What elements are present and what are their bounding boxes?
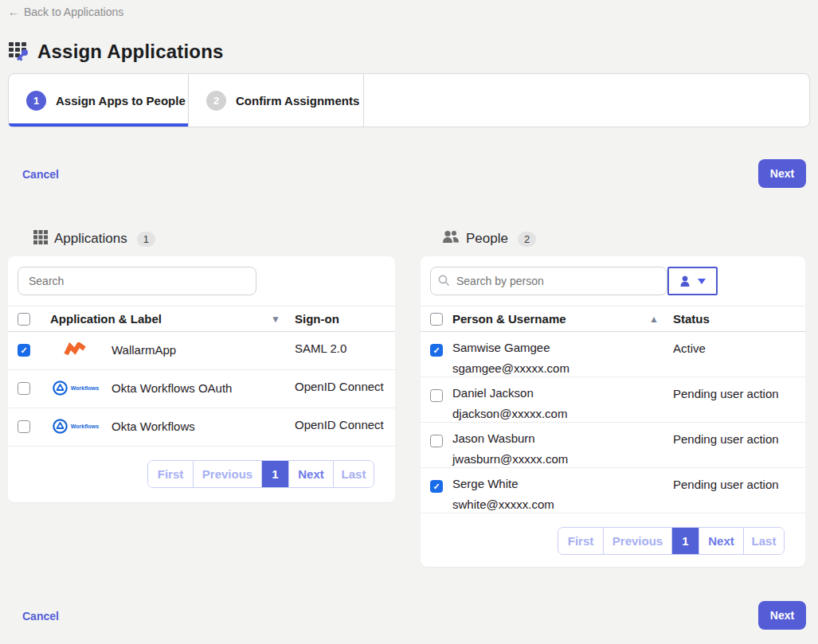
pagination-page-1-button[interactable]: 1 xyxy=(672,528,699,554)
applications-column-name[interactable]: Application & Label xyxy=(50,312,162,326)
application-signon: OpenID Connect xyxy=(295,370,395,393)
back-to-applications-link[interactable]: ← Back to Applications xyxy=(8,6,123,18)
person-row-checkbox[interactable] xyxy=(430,389,443,402)
applications-pagination: First Previous 1 Next Last xyxy=(8,447,395,488)
table-row-person[interactable]: Serge White swhite@xxxxx.com Pending use… xyxy=(421,468,805,513)
pagination-previous-button[interactable]: Previous xyxy=(194,461,262,487)
people-pagination: First Previous 1 Next Last xyxy=(421,513,805,555)
person-row-checkbox[interactable] xyxy=(430,344,443,357)
table-row-application[interactable]: Workflows Okta Workflows OAuth OpenID Co… xyxy=(8,370,395,408)
people-count-badge: 2 xyxy=(518,232,536,247)
cancel-link-bottom[interactable]: Cancel xyxy=(22,610,59,623)
tab-1-number: 1 xyxy=(26,91,46,111)
workflows-logo-text: Workflows xyxy=(71,423,99,429)
workflows-logo-text: Workflows xyxy=(71,385,99,391)
person-name: Jason Wasburn xyxy=(452,431,568,445)
page-title-row: Assign Applications xyxy=(8,39,224,64)
applications-grid-icon xyxy=(33,230,48,248)
next-button-top[interactable]: Next xyxy=(758,159,806,188)
person-row-checkbox[interactable] xyxy=(430,480,443,493)
application-signon: SAML 2.0 xyxy=(295,332,395,355)
people-search-input[interactable] xyxy=(430,267,667,295)
applications-section-header: Applications 1 xyxy=(33,230,155,248)
applications-search-row xyxy=(8,256,395,306)
application-row-checkbox[interactable] xyxy=(18,344,30,357)
next-button-bottom[interactable]: Next xyxy=(758,601,806,630)
assign-applications-icon xyxy=(8,39,30,64)
person-username: jwasburn@xxxxx.com xyxy=(452,452,568,466)
pagination-first-button[interactable]: First xyxy=(558,528,604,554)
tab-confirm-assignments[interactable]: 2 Confirm Assignments xyxy=(189,74,364,127)
okta-workflows-logo-icon: Workflows xyxy=(40,408,112,434)
person-icon xyxy=(679,275,691,287)
sort-arrow-icon[interactable]: ▼ xyxy=(271,314,280,325)
people-panel: Person & Username ▲ Status Samwise Gamge… xyxy=(421,256,805,567)
person-username: swhite@xxxxx.com xyxy=(452,498,554,511)
pagination-last-button[interactable]: Last xyxy=(334,461,374,487)
applications-select-all-checkbox[interactable] xyxy=(18,313,30,326)
applications-panel: Application & Label ▼ Sign-on WallarmApp… xyxy=(8,256,395,502)
application-row-checkbox[interactable] xyxy=(18,420,30,433)
pagination-next-button[interactable]: Next xyxy=(699,528,744,554)
tab-1-label: Assign Apps to People xyxy=(56,94,186,107)
pagination-last-button[interactable]: Last xyxy=(744,528,784,554)
people-icon xyxy=(442,230,460,248)
people-section-header: People 2 xyxy=(442,230,536,248)
wizard-tabbar: 1 Assign Apps to People 2 Confirm Assign… xyxy=(8,73,810,127)
applications-table-header: Application & Label ▼ Sign-on xyxy=(8,306,395,332)
application-row-checkbox[interactable] xyxy=(18,382,30,395)
people-filter-dropdown-button[interactable] xyxy=(667,267,718,295)
chevron-down-icon xyxy=(698,279,706,284)
table-row-person[interactable]: Daniel Jackson djackson@xxxxx.com Pendin… xyxy=(421,377,805,423)
person-name: Samwise Gamgee xyxy=(452,341,569,354)
table-row-application[interactable]: WallarmApp SAML 2.0 xyxy=(8,332,395,370)
person-username: sgamgee@xxxxx.com xyxy=(452,361,569,375)
tab-2-number: 2 xyxy=(206,91,226,111)
application-signon: OpenID Connect xyxy=(295,408,395,431)
table-row-person[interactable]: Samwise Gamgee sgamgee@xxxxx.com Active xyxy=(421,332,805,377)
tab-assign-apps-to-people[interactable]: 1 Assign Apps to People xyxy=(9,74,189,127)
people-column-person[interactable]: Person & Username xyxy=(452,312,566,326)
person-username: djackson@xxxxx.com xyxy=(452,407,567,420)
person-name: Serge White xyxy=(452,477,554,490)
application-name: Okta Workflows xyxy=(112,408,195,433)
people-table-header: Person & Username ▲ Status xyxy=(421,306,805,332)
sort-arrow-icon[interactable]: ▲ xyxy=(649,314,659,325)
page-title: Assign Applications xyxy=(37,41,224,63)
person-status: Pending user action xyxy=(673,423,805,467)
people-column-status: Status xyxy=(673,312,805,326)
application-name: Okta Workflows OAuth xyxy=(112,370,232,395)
back-link-label: Back to Applications xyxy=(24,6,123,18)
people-section-title: People xyxy=(466,231,508,247)
tab-2-label: Confirm Assignments xyxy=(236,94,359,107)
table-row-application[interactable]: Workflows Okta Workflows OpenID Connect xyxy=(8,408,395,447)
person-status: Active xyxy=(673,332,805,377)
applications-search-input[interactable] xyxy=(18,267,256,295)
pagination-next-button[interactable]: Next xyxy=(289,461,334,487)
person-name: Daniel Jackson xyxy=(452,386,567,400)
wallarm-logo-icon xyxy=(40,332,112,358)
applications-count-badge: 1 xyxy=(137,232,155,247)
applications-section-title: Applications xyxy=(54,231,127,247)
person-row-checkbox[interactable] xyxy=(430,435,443,447)
person-status: Pending user action xyxy=(673,377,805,422)
cancel-link-top[interactable]: Cancel xyxy=(22,168,59,181)
application-name: WallarmApp xyxy=(112,332,176,357)
table-row-person[interactable]: Jason Wasburn jwasburn@xxxxx.com Pending… xyxy=(421,423,805,468)
people-select-all-checkbox[interactable] xyxy=(430,313,443,326)
pagination-page-1-button[interactable]: 1 xyxy=(262,461,289,487)
people-search-row xyxy=(421,256,805,306)
pagination-first-button[interactable]: First xyxy=(148,461,194,487)
back-arrow-icon: ← xyxy=(8,6,19,18)
pagination-previous-button[interactable]: Previous xyxy=(604,528,672,554)
applications-column-signon: Sign-on xyxy=(295,312,395,326)
okta-workflows-logo-icon: Workflows xyxy=(40,370,112,396)
search-icon xyxy=(438,275,450,287)
person-status: Pending user action xyxy=(673,468,805,513)
